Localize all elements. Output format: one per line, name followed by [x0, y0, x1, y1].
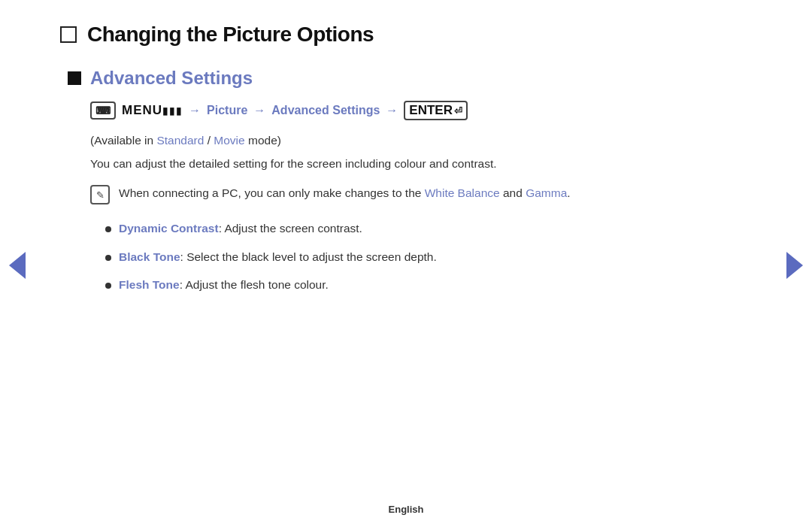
- bullet-text-1: Dynamic Contrast: Adjust the screen cont…: [119, 220, 362, 237]
- section-title: Advanced Settings: [90, 68, 253, 89]
- list-item: Flesh Tone: Adjust the flesh tone colour…: [105, 276, 752, 293]
- note-gamma: Gamma: [526, 186, 567, 199]
- nav-arrow-right[interactable]: [786, 252, 803, 279]
- bullet-desc-3: : Adjust the flesh tone colour.: [180, 278, 329, 291]
- available-movie: Movie: [214, 134, 244, 147]
- section: Advanced Settings ⌨ MENU▮▮▮ → Picture → …: [68, 68, 752, 293]
- bullet-dot-icon: [105, 283, 111, 289]
- nav-arrow-left[interactable]: [9, 252, 26, 279]
- menu-label: MENU▮▮▮: [122, 103, 183, 118]
- bullet-dot-icon: [105, 226, 111, 232]
- bullet-label-1: Dynamic Contrast: [119, 222, 219, 235]
- note-icon: ✎: [90, 185, 110, 204]
- filled-square-icon: [68, 71, 81, 85]
- bullet-desc-2: : Select the black level to adjust the s…: [180, 250, 437, 263]
- list-item: Dynamic Contrast: Adjust the screen cont…: [105, 220, 752, 237]
- bullet-list: Dynamic Contrast: Adjust the screen cont…: [105, 220, 752, 293]
- available-text: (Available in Standard / Movie mode): [90, 134, 752, 147]
- note-row: ✎ When connecting a PC, you can only mak…: [90, 184, 752, 204]
- available-standard: Standard: [156, 134, 204, 147]
- note-white-balance: White Balance: [425, 186, 500, 199]
- note-prefix: When connecting a PC, you can only make …: [119, 186, 425, 199]
- bullet-label-2: Black Tone: [119, 250, 180, 263]
- available-suffix: mode): [245, 134, 281, 147]
- available-slash: /: [204, 134, 214, 147]
- description-text: You can adjust the detailed setting for …: [90, 155, 752, 172]
- note-period: .: [567, 186, 570, 199]
- bullet-text-2: Black Tone: Select the black level to ad…: [119, 248, 437, 265]
- menu-path-row: ⌨ MENU▮▮▮ → Picture → Advanced Settings …: [90, 101, 752, 120]
- page-container: Changing the Picture Options Advanced Se…: [0, 0, 812, 530]
- arrow-1: →: [189, 104, 201, 117]
- footer-language: English: [0, 504, 812, 515]
- page-title: Changing the Picture Options: [87, 23, 374, 47]
- enter-text: ENTER: [409, 103, 453, 118]
- path-picture: Picture: [207, 104, 247, 117]
- checkbox-icon: [60, 26, 77, 43]
- arrow-3: →: [386, 104, 398, 117]
- enter-label: ENTER⏎: [404, 101, 468, 120]
- note-text: When connecting a PC, you can only make …: [119, 184, 571, 203]
- bullet-label-3: Flesh Tone: [119, 278, 180, 291]
- arrow-2: →: [253, 104, 265, 117]
- bullet-desc-1: : Adjust the screen contrast.: [219, 222, 362, 235]
- bullet-text-3: Flesh Tone: Adjust the flesh tone colour…: [119, 276, 329, 293]
- enter-arrow-icon: ⏎: [454, 105, 462, 117]
- available-prefix: (Available in: [90, 134, 156, 147]
- menu-icon: ⌨: [90, 101, 116, 120]
- note-and: and: [500, 186, 526, 199]
- bullet-dot-icon: [105, 255, 111, 261]
- path-advanced-settings: Advanced Settings: [271, 104, 380, 117]
- page-title-row: Changing the Picture Options: [60, 23, 752, 47]
- section-header-row: Advanced Settings: [68, 68, 752, 89]
- list-item: Black Tone: Select the black level to ad…: [105, 248, 752, 265]
